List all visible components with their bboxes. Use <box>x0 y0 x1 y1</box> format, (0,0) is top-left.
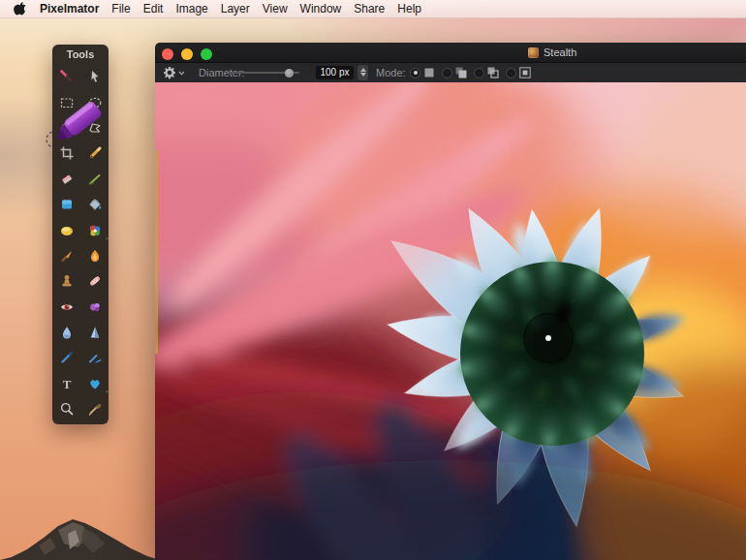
tool-slice[interactable] <box>80 167 109 192</box>
polygonal-lasso-icon <box>87 120 103 136</box>
menu-image[interactable]: Image <box>175 0 207 18</box>
new-selection-icon <box>423 67 435 78</box>
mode-label: Mode: <box>376 67 406 78</box>
menu-file[interactable]: File <box>111 0 130 18</box>
mode-subtract-radio[interactable] <box>474 68 484 78</box>
minimize-button[interactable] <box>181 48 193 60</box>
tool-saturate[interactable] <box>80 295 109 320</box>
tool-pen-curve[interactable] <box>52 345 80 370</box>
menu-window[interactable]: Window <box>300 0 342 18</box>
stepper-down-icon[interactable] <box>360 73 366 77</box>
tool-polygonal-lasso[interactable] <box>80 115 109 140</box>
tool-clone-stamp[interactable] <box>52 268 80 294</box>
blur-drop-icon <box>59 325 75 340</box>
menu-help[interactable]: Help <box>397 0 421 18</box>
apple-logo-icon <box>14 2 26 16</box>
window-titlebar[interactable]: Stealth <box>155 43 746 62</box>
menu-share[interactable]: Share <box>354 0 385 18</box>
tool-smudge[interactable] <box>80 243 109 268</box>
tools-palette: Tools ˇ T ˇ <box>52 45 109 424</box>
lasso-icon <box>59 120 75 136</box>
tool-red-eye[interactable] <box>52 295 80 320</box>
tool-options-bar: Diameter: 100 px Mode: <box>155 62 746 82</box>
tool-grid: ˇ T ˇ <box>52 64 109 421</box>
tool-eraser[interactable] <box>52 167 80 192</box>
bandage-icon <box>87 273 103 289</box>
pencil-icon <box>87 145 103 161</box>
mode-intersect-radio[interactable] <box>506 68 516 78</box>
tool-crop[interactable] <box>52 140 80 166</box>
slice-icon <box>87 171 103 187</box>
freeform-pen-icon <box>87 350 103 365</box>
tool-elliptical-marquee[interactable] <box>80 89 109 114</box>
eyedropper-icon <box>87 401 103 417</box>
menu-view[interactable]: View <box>263 0 288 18</box>
paint-fill-icon <box>59 197 75 212</box>
clone-stamp-icon <box>59 273 75 289</box>
gear-icon[interactable] <box>163 66 176 79</box>
mode-add-radio[interactable] <box>442 68 452 78</box>
brush-icon <box>59 248 75 264</box>
zoom-button[interactable] <box>201 48 212 60</box>
ellipse-marquee-icon <box>87 95 103 110</box>
pen-icon <box>59 69 75 84</box>
diameter-value-field[interactable]: 100 px <box>316 66 354 79</box>
tool-lasso[interactable] <box>52 115 80 140</box>
document-icon <box>528 47 539 58</box>
close-button[interactable] <box>162 48 173 60</box>
tool-pen[interactable] <box>52 64 80 89</box>
tool-shape[interactable]: ˇ <box>80 371 109 396</box>
sharpen-cone-icon <box>87 325 103 340</box>
subtract-selection-icon <box>487 67 499 78</box>
menu-pixelmator[interactable]: Pixelmator <box>40 0 99 18</box>
diameter-slider[interactable] <box>230 72 299 74</box>
menu-bar: Pixelmator File Edit Image Layer View Wi… <box>0 0 746 18</box>
selection-mode-group <box>410 63 531 82</box>
move-arrow-icon <box>87 69 103 84</box>
menu-edit[interactable]: Edit <box>143 0 164 18</box>
tool-paint-fill[interactable] <box>52 192 80 217</box>
mode-subtract-selection[interactable] <box>474 67 499 78</box>
tools-palette-title: Tools <box>52 45 109 64</box>
paint-bucket-icon <box>87 197 103 212</box>
blue-pen-icon <box>59 350 75 365</box>
mode-add-selection[interactable] <box>442 67 467 78</box>
tool-freeform-pen[interactable] <box>80 345 109 370</box>
stepper-up-icon[interactable] <box>360 68 366 72</box>
mode-new-selection[interactable] <box>410 67 435 78</box>
tool-blur[interactable] <box>52 320 80 345</box>
svg-text:T: T <box>62 376 71 390</box>
heart-shape-icon <box>87 376 103 391</box>
canvas[interactable] <box>155 82 746 560</box>
mode-new-radio[interactable] <box>410 68 420 78</box>
diameter-slider-knob[interactable] <box>285 69 294 78</box>
chevron-down-icon[interactable] <box>178 71 185 76</box>
tool-sharpen[interactable] <box>80 320 109 345</box>
tool-zoom[interactable] <box>52 396 80 421</box>
mode-intersect-selection[interactable] <box>506 67 531 78</box>
tool-brush[interactable] <box>52 243 80 268</box>
tool-healing[interactable] <box>80 268 109 294</box>
tool-pencil[interactable] <box>80 140 109 166</box>
tool-eyedropper[interactable] <box>80 396 109 421</box>
intersect-selection-icon <box>519 67 531 78</box>
brush-cursor <box>523 313 574 363</box>
mountain <box>0 516 160 560</box>
diameter-stepper[interactable] <box>357 65 368 80</box>
tool-type[interactable]: T <box>52 371 80 396</box>
apple-menu[interactable] <box>14 2 26 16</box>
tool-move[interactable] <box>80 64 109 89</box>
flower-image <box>155 82 746 560</box>
menu-layer[interactable]: Layer <box>221 0 250 18</box>
eraser-icon <box>59 171 75 187</box>
magnifier-icon <box>59 401 75 417</box>
add-selection-icon <box>455 67 467 78</box>
tool-paint-bucket[interactable] <box>80 192 109 217</box>
crop-icon <box>59 145 75 161</box>
screen: Pixelmator File Edit Image Layer View Wi… <box>0 0 746 560</box>
red-eye-icon <box>59 299 75 315</box>
tool-rectangular-marquee[interactable] <box>52 89 80 114</box>
tool-gradient[interactable] <box>52 217 80 242</box>
tool-color-sponge[interactable]: ˇ <box>80 217 109 242</box>
document-window: Stealth Diameter: 100 px Mode: <box>155 43 746 560</box>
